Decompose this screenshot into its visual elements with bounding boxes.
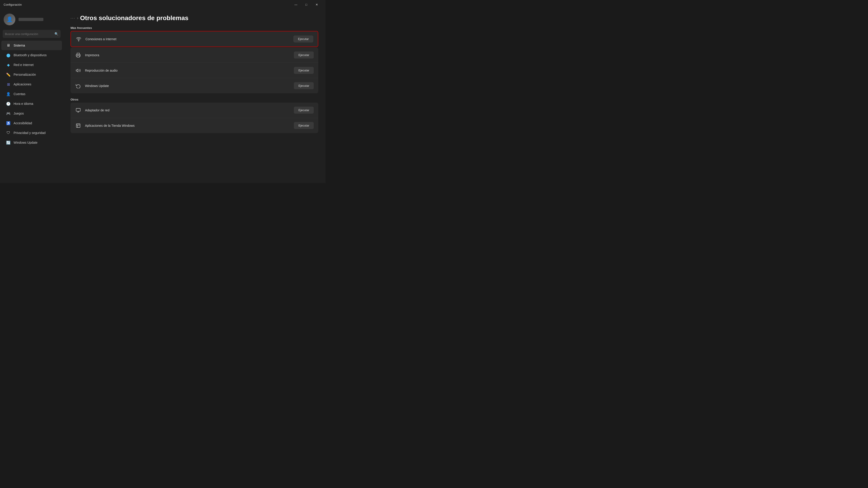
ejecutar-button-audio[interactable]: Ejecutar	[294, 67, 314, 74]
svg-rect-1	[77, 55, 80, 57]
search-icon: 🔍	[55, 32, 58, 36]
audio-icon	[75, 67, 81, 74]
troubleshooter-item-windows-update: Windows Update Ejecutar	[70, 78, 318, 93]
item-left-audio: Reproducción de audio	[75, 67, 118, 74]
sidebar: 👤 🔍 🖥 Sistema ⬤ Bluetooth y dispositivos…	[0, 9, 63, 183]
sistema-icon: 🖥	[6, 43, 11, 48]
sidebar-user: 👤	[0, 11, 63, 30]
sidebar-label-cuentas: Cuentas	[13, 92, 25, 96]
item-label-tienda: Aplicaciones de la Tienda Windows	[85, 124, 134, 127]
sidebar-label-red: Red e Internet	[13, 63, 34, 67]
network-icon	[75, 107, 81, 113]
search-box[interactable]: 🔍	[3, 30, 61, 38]
ejecutar-button-internet[interactable]: Ejecutar	[293, 35, 313, 42]
ejecutar-button-windows-update[interactable]: Ejecutar	[294, 82, 314, 89]
titlebar-title: Configuración	[4, 3, 22, 6]
item-left-adaptador: Adaptador de red	[75, 107, 110, 113]
update-icon	[75, 83, 81, 89]
sidebar-item-sistema[interactable]: 🖥 Sistema	[1, 41, 62, 50]
sidebar-item-privacidad[interactable]: 🛡 Privacidad y seguridad	[1, 128, 62, 138]
aplicaciones-icon: ⊞	[6, 82, 11, 87]
sidebar-item-juegos[interactable]: 🎮 Juegos	[1, 109, 62, 118]
hora-icon: 🕐	[6, 101, 11, 106]
item-label-impresora: Impresora	[85, 53, 99, 57]
troubleshooter-item-tienda: Aplicaciones de la Tienda Windows Ejecut…	[70, 118, 318, 133]
otros-section: Otros Adaptador de re	[70, 98, 318, 133]
search-input[interactable]	[5, 32, 55, 36]
page-title: Otros solucionadores de problemas	[80, 14, 188, 22]
svg-point-0	[79, 41, 79, 41]
breadcrumb-arrow: ›	[77, 16, 78, 20]
sidebar-item-hora[interactable]: 🕐 Hora e idioma	[1, 99, 62, 108]
maximize-button[interactable]: □	[301, 1, 311, 8]
red-icon: ◆	[6, 62, 11, 67]
breadcrumb: ··· › Otros solucionadores de problemas	[70, 14, 318, 22]
main-layout: 👤 🔍 🖥 Sistema ⬤ Bluetooth y dispositivos…	[0, 9, 326, 183]
ejecutar-button-adaptador[interactable]: Ejecutar	[294, 107, 314, 113]
personalizacion-icon: ✏️	[6, 72, 11, 77]
store-icon	[75, 123, 81, 129]
close-button[interactable]: ✕	[311, 1, 322, 8]
avatar: 👤	[4, 13, 16, 25]
sidebar-item-bluetooth[interactable]: ⬤ Bluetooth y dispositivos	[1, 51, 62, 60]
accesibilidad-icon: ♿	[6, 121, 11, 126]
sidebar-item-cuentas[interactable]: 👤 Cuentas	[1, 89, 62, 99]
svg-rect-6	[76, 124, 80, 127]
item-label-internet: Conexiones a Internet	[86, 37, 116, 41]
item-left-internet: Conexiones a Internet	[75, 36, 116, 42]
sidebar-label-privacidad: Privacidad y seguridad	[13, 131, 46, 135]
sidebar-label-windows-update: Windows Update	[13, 141, 37, 144]
minimize-button[interactable]: —	[291, 1, 301, 8]
ejecutar-button-impresora[interactable]: Ejecutar	[294, 52, 314, 59]
section-title-frequent: Más frecuentes	[70, 26, 318, 30]
frequent-group: Impresora Ejecutar Re	[70, 47, 318, 93]
username	[19, 18, 43, 21]
wifi-icon	[75, 36, 82, 42]
item-left-impresora: Impresora	[75, 52, 99, 58]
item-label-audio: Reproducción de audio	[85, 69, 118, 72]
troubleshooter-item-impresora: Impresora Ejecutar	[70, 47, 318, 63]
breadcrumb-dots: ···	[70, 16, 75, 21]
privacidad-icon: 🛡	[6, 130, 11, 135]
item-left-tienda: Aplicaciones de la Tienda Windows	[75, 123, 134, 129]
sidebar-label-personalizacion: Personalización	[13, 73, 36, 76]
others-group: Adaptador de red Ejecutar	[70, 103, 318, 133]
sidebar-item-windows-update[interactable]: 🔄 Windows Update	[1, 138, 62, 147]
troubleshooter-item-internet: Conexiones a Internet Ejecutar	[71, 31, 318, 46]
sidebar-label-hora: Hora e idioma	[13, 102, 33, 105]
settings-window: Configuración — □ ✕ 👤 🔍 🖥	[0, 0, 326, 183]
item-left-windows-update: Windows Update	[75, 83, 109, 89]
svg-rect-3	[76, 108, 80, 111]
avatar-image: 👤	[4, 13, 16, 25]
sidebar-label-juegos: Juegos	[13, 111, 24, 115]
sidebar-item-personalizacion[interactable]: ✏️ Personalización	[1, 70, 62, 79]
item-label-adaptador: Adaptador de red	[85, 108, 110, 112]
sidebar-label-aplicaciones: Aplicaciones	[13, 83, 31, 86]
sidebar-item-red[interactable]: ◆ Red e Internet	[1, 60, 62, 70]
juegos-icon: 🎮	[6, 111, 11, 116]
sidebar-item-aplicaciones[interactable]: ⊞ Aplicaciones	[1, 79, 62, 89]
troubleshooter-item-adaptador: Adaptador de red Ejecutar	[70, 103, 318, 118]
sidebar-label-sistema: Sistema	[13, 43, 25, 47]
sidebar-label-accesibilidad: Accesibilidad	[13, 121, 32, 125]
titlebar: Configuración — □ ✕	[0, 0, 326, 9]
item-label-windows-update: Windows Update	[85, 84, 109, 88]
bluetooth-icon: ⬤	[6, 53, 11, 58]
titlebar-controls: — □ ✕	[291, 1, 322, 8]
troubleshooter-item-audio: Reproducción de audio Ejecutar	[70, 63, 318, 78]
svg-marker-2	[76, 69, 78, 72]
printer-icon	[75, 52, 81, 58]
main-content: ··· › Otros solucionadores de problemas …	[63, 9, 326, 183]
sidebar-label-bluetooth: Bluetooth y dispositivos	[13, 53, 46, 57]
section-title-others: Otros	[70, 98, 318, 101]
ejecutar-button-tienda[interactable]: Ejecutar	[294, 122, 314, 129]
windows-update-icon: 🔄	[6, 140, 11, 145]
cuentas-icon: 👤	[6, 92, 11, 96]
sidebar-item-accesibilidad[interactable]: ♿ Accesibilidad	[1, 119, 62, 128]
highlighted-group: Conexiones a Internet Ejecutar	[70, 31, 318, 47]
